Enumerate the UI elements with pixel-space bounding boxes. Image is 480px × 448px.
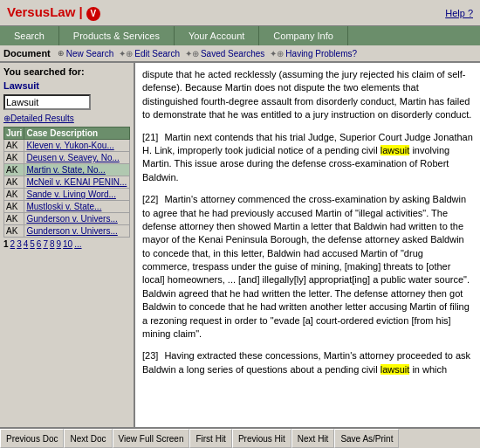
para-23-num: [23] — [142, 350, 158, 361]
previous-doc-button[interactable]: Previous Doc — [0, 429, 64, 448]
page-num[interactable]: 6 — [37, 239, 42, 249]
page-num[interactable]: 7 — [43, 239, 48, 249]
detailed-results-link[interactable]: ⊕ Detailed Results — [3, 114, 130, 123]
search-input[interactable] — [3, 94, 91, 110]
edit-search-link[interactable]: Edit Search — [134, 49, 180, 59]
paragraph-intro: dispute that he acted recklessly (assumi… — [142, 68, 473, 122]
main-content: You searched for: Lawsuit ⊕ Detailed Res… — [0, 63, 480, 427]
view-full-screen-button[interactable]: View Full Screen — [113, 429, 190, 448]
page-num[interactable]: ... — [74, 239, 81, 249]
page-num[interactable]: 2 — [10, 239, 16, 249]
logo: VersusLaw | V — [7, 4, 100, 21]
case-link[interactable]: McNeil v. KENAI PENIN... — [26, 177, 127, 187]
first-hit-button[interactable]: First Hit — [189, 429, 231, 448]
table-row[interactable]: AKSande v. Living Word... — [4, 189, 130, 201]
cell-juri: AK — [4, 213, 24, 225]
para-21-highlight: lawsuit — [381, 145, 410, 155]
cell-juri: AK — [4, 176, 24, 189]
page-num[interactable]: 9 — [57, 239, 62, 249]
cell-desc: Sande v. Living Word... — [24, 189, 130, 201]
cell-juri: AK — [4, 152, 24, 164]
nav-search[interactable]: Search — [0, 26, 59, 45]
para-23-text-after: in which — [409, 364, 447, 375]
searched-for-label: You searched for: — [3, 66, 130, 77]
cell-juri: AK — [4, 225, 24, 238]
cell-juri: AK — [4, 189, 24, 201]
case-link[interactable]: Martin v. State, No... — [26, 165, 105, 175]
next-doc-button[interactable]: Next Doc — [64, 429, 112, 448]
cell-desc: Kleven v. Yukon-Kou... — [24, 140, 130, 152]
para-intro-text: dispute that he acted recklessly (assumi… — [142, 69, 471, 120]
cell-desc: Martin v. State, No... — [24, 164, 130, 176]
detailed-results-arrow: ⊕ — [3, 114, 10, 123]
header: VersusLaw | V Help ? — [0, 0, 480, 26]
having-problems-link[interactable]: Having Problems? — [285, 49, 357, 59]
results-table: Juri Case Description AKKleven v. Yukon-… — [3, 127, 130, 238]
navbar: Search Products & Services Your Account … — [0, 26, 480, 45]
col-case: Case Description — [24, 128, 130, 140]
paragraph-22: [22] Martin's attorney commenced the cro… — [142, 193, 473, 341]
case-link[interactable]: Deusen v. Seavey, No... — [26, 153, 119, 162]
table-row[interactable]: AKGunderson v. Univers... — [4, 213, 130, 225]
case-link[interactable]: Gunderson v. Univers... — [26, 214, 117, 224]
content-panel[interactable]: dispute that he acted recklessly (assumi… — [135, 63, 480, 427]
logo-separator: | — [79, 4, 86, 19]
new-search-arrow: ⊕ — [58, 49, 65, 58]
document-toolbar: Document ⊕ New Search ✦⊕ Edit Search ✦⊕ … — [0, 45, 480, 63]
page-num[interactable]: 10 — [63, 239, 72, 249]
nav-account[interactable]: Your Account — [175, 26, 259, 45]
cell-desc: Gunderson v. Univers... — [24, 213, 130, 225]
para-22-text: Martin's attorney commenced the cross-ex… — [142, 194, 470, 339]
table-row[interactable]: AKDeusen v. Seavey, No... — [4, 152, 130, 164]
toolbar-title: Document — [3, 48, 51, 59]
logo-icon: V — [86, 7, 100, 21]
page-num[interactable]: 8 — [50, 239, 55, 249]
page-num[interactable]: 4 — [24, 239, 29, 249]
cell-juri: AK — [4, 201, 24, 213]
logo-text: VersusLaw — [7, 4, 75, 19]
left-panel: You searched for: Lawsuit ⊕ Detailed Res… — [0, 63, 135, 427]
previous-hit-button[interactable]: Previous Hit — [232, 429, 291, 448]
col-juri: Juri — [4, 128, 24, 140]
table-row[interactable]: AKMartin v. State, No... — [4, 164, 130, 176]
new-search-link[interactable]: New Search — [66, 49, 113, 59]
saved-searches-link[interactable]: Saved Searches — [201, 49, 264, 59]
pagination: 12345678910... — [3, 239, 130, 249]
save-as/print-button[interactable]: Save As/Print — [334, 429, 399, 448]
para-22-num: [22] — [142, 194, 158, 204]
para-21-num: [21] — [142, 132, 158, 142]
cell-desc: McNeil v. KENAI PENIN... — [24, 176, 130, 189]
table-row[interactable]: AKMustloski v. State... — [4, 201, 130, 213]
case-link[interactable]: Sande v. Living Word... — [26, 190, 115, 199]
case-link[interactable]: Kleven v. Yukon-Kou... — [26, 141, 113, 150]
bottom-toolbar: Previous DocNext DocView Full ScreenFirs… — [0, 427, 480, 448]
cell-desc: Gunderson v. Univers... — [24, 225, 130, 238]
para-23-highlight: lawsuit — [381, 364, 410, 375]
cell-juri: AK — [4, 140, 24, 152]
cell-desc: Mustloski v. State... — [24, 201, 130, 213]
table-row[interactable]: AKKleven v. Yukon-Kou... — [4, 140, 130, 152]
next-hit-button[interactable]: Next Hit — [291, 429, 335, 448]
page-num[interactable]: 5 — [30, 239, 35, 249]
table-row[interactable]: AKGunderson v. Univers... — [4, 225, 130, 238]
cell-juri: AK — [4, 164, 24, 176]
paragraph-23: [23] Having extracted these concessions,… — [142, 349, 473, 376]
nav-products[interactable]: Products & Services — [59, 26, 175, 45]
page-num[interactable]: 3 — [17, 239, 22, 249]
paragraph-21: [21] Martin next contends that his trial… — [142, 131, 473, 185]
cell-desc: Deusen v. Seavey, No... — [24, 152, 130, 164]
nav-company[interactable]: Company Info — [259, 26, 347, 45]
search-term-display: Lawsuit — [3, 80, 130, 91]
page-current: 1 — [3, 239, 9, 249]
case-link[interactable]: Mustloski v. State... — [26, 202, 101, 211]
help-link[interactable]: Help ? — [445, 8, 473, 18]
table-row[interactable]: AKMcNeil v. KENAI PENIN... — [4, 176, 130, 189]
case-link[interactable]: Gunderson v. Univers... — [26, 226, 117, 236]
